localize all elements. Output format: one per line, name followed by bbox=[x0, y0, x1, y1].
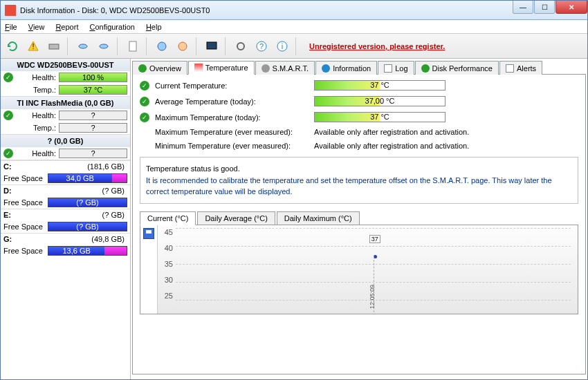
maximize-button[interactable]: ☐ bbox=[534, 0, 555, 14]
tab-overview[interactable]: Overview bbox=[132, 61, 187, 75]
menu-configuration[interactable]: Configuration bbox=[89, 23, 134, 31]
close-button[interactable]: ✕ bbox=[555, 0, 587, 14]
disk-icon[interactable] bbox=[45, 37, 63, 55]
app-icon bbox=[5, 5, 16, 16]
report-icon[interactable] bbox=[124, 37, 142, 55]
status-box: Temperature status is good. It is recomm… bbox=[140, 157, 578, 204]
chart-box: 45 40 35 30 25 37 12:05:09 bbox=[140, 225, 578, 314]
tab-temperature[interactable]: Temperature bbox=[188, 61, 255, 75]
partition-e[interactable]: E:(? GB) Free Space(? GB) bbox=[1, 209, 130, 233]
data-point-label: 37 bbox=[369, 235, 380, 243]
check-icon bbox=[138, 64, 147, 73]
x-time-label: 12:05:09 bbox=[369, 284, 376, 308]
disk2-icon[interactable] bbox=[174, 37, 192, 55]
max-temp-label: Maximum Temperature (today): bbox=[155, 113, 314, 122]
tab-content: ✓Current Temperature:37 °C ✓Average Temp… bbox=[132, 75, 586, 374]
window-title: Disk Information - Disk: 0, WDC WD2500BE… bbox=[19, 6, 586, 15]
device-2[interactable]: ? (0,0 GB) ✓Health:? bbox=[1, 135, 130, 160]
settings-icon[interactable] bbox=[232, 37, 250, 55]
tab-log[interactable]: Log bbox=[378, 61, 414, 75]
tab-smart[interactable]: S.M.A.R.T. bbox=[255, 61, 315, 75]
menu-view[interactable]: View bbox=[28, 23, 45, 31]
device-name: ? (0,0 GB) bbox=[1, 135, 130, 147]
disk1-icon[interactable] bbox=[153, 37, 171, 55]
svg-point-5 bbox=[158, 42, 166, 50]
save-icon[interactable] bbox=[143, 228, 154, 239]
svg-text:i: i bbox=[282, 42, 283, 50]
svg-text:?: ? bbox=[259, 42, 264, 50]
tabstrip: Overview Temperature S.M.A.R.T. Informat… bbox=[132, 60, 586, 75]
svg-rect-7 bbox=[207, 42, 217, 49]
menu-file[interactable]: File bbox=[5, 23, 17, 31]
device-0[interactable]: WDC WD2500BEVS-00UST ✓Health:100 % Temp.… bbox=[1, 59, 130, 97]
check-icon: ✓ bbox=[140, 113, 149, 122]
svg-point-6 bbox=[178, 42, 187, 50]
temp-value: 37 °C bbox=[84, 86, 103, 94]
tool-a-icon[interactable] bbox=[74, 37, 92, 55]
warning-icon[interactable]: ! bbox=[24, 37, 42, 55]
device-name: TI INC FlashMedia (0,0 GB) bbox=[1, 97, 130, 109]
alert-icon bbox=[506, 64, 514, 73]
max-ever-value: Available only after registration and ac… bbox=[314, 128, 469, 136]
avg-temp-bar: 37,00 °C bbox=[314, 96, 445, 106]
sidebar: WDC WD2500BEVS-00UST ✓Health:100 % Temp.… bbox=[1, 59, 131, 379]
chart-tab-avg[interactable]: Daily Average (°C) bbox=[197, 211, 275, 225]
status-good: Temperature status is good. bbox=[146, 163, 572, 175]
thermometer-icon bbox=[194, 64, 203, 72]
check-icon: ✓ bbox=[140, 97, 149, 106]
current-temp-label: Current Temperature: bbox=[155, 82, 314, 90]
svg-point-2 bbox=[79, 44, 87, 48]
menubar: File View Report Configuration Help bbox=[1, 20, 587, 34]
minimize-button[interactable]: — bbox=[513, 0, 533, 14]
temperature-chart: 45 40 35 30 25 37 12:05:09 bbox=[157, 225, 578, 314]
min-ever-label: Minimum Temperature (ever measured): bbox=[155, 142, 314, 150]
max-ever-label: Maximum Temperature (ever measured): bbox=[155, 128, 314, 136]
check-icon: ✓ bbox=[3, 111, 13, 120]
tab-performance[interactable]: Disk Performance bbox=[415, 61, 499, 75]
avg-temp-label: Average Temperature (today): bbox=[155, 97, 314, 106]
temp-label: Temp.: bbox=[16, 86, 56, 94]
log-icon bbox=[384, 64, 392, 73]
gauge-icon bbox=[421, 64, 430, 73]
health-label: Health: bbox=[16, 73, 56, 82]
svg-rect-1 bbox=[49, 44, 59, 49]
svg-point-8 bbox=[237, 43, 244, 50]
disk-icon bbox=[261, 64, 270, 73]
check-icon: ✓ bbox=[3, 149, 13, 158]
main: Overview Temperature S.M.A.R.T. Informat… bbox=[131, 59, 587, 379]
partition-c[interactable]: C:(181,6 GB) Free Space34,0 GB bbox=[1, 160, 130, 184]
check-icon: ✓ bbox=[3, 73, 13, 82]
device-name: WDC WD2500BEVS-00UST bbox=[1, 59, 130, 71]
svg-text:!: ! bbox=[32, 42, 34, 50]
toolbar: ! ? i Unregistered version, please regis… bbox=[1, 34, 587, 59]
info-icon bbox=[322, 64, 330, 73]
register-link[interactable]: Unregistered version, please register. bbox=[309, 42, 445, 50]
refresh-icon[interactable] bbox=[3, 37, 21, 55]
tool-b-icon[interactable] bbox=[95, 37, 113, 55]
monitor-icon[interactable] bbox=[203, 37, 221, 55]
partition-g[interactable]: G:(49,8 GB) Free Space13,6 GB bbox=[1, 233, 130, 257]
min-ever-value: Available only after registration and ac… bbox=[314, 142, 469, 150]
svg-point-3 bbox=[100, 44, 108, 48]
menu-help[interactable]: Help bbox=[146, 23, 162, 31]
info-icon[interactable]: i bbox=[273, 37, 291, 55]
titlebar[interactable]: Disk Information - Disk: 0, WDC WD2500BE… bbox=[1, 1, 587, 20]
tab-information[interactable]: Information bbox=[315, 61, 377, 75]
chart-tab-max[interactable]: Daily Maximum (°C) bbox=[277, 211, 360, 225]
partition-d[interactable]: D:(? GB) Free Space(? GB) bbox=[1, 184, 130, 209]
help-icon[interactable]: ? bbox=[252, 37, 270, 55]
chart-tab-current[interactable]: Current (°C) bbox=[140, 211, 196, 225]
current-temp-bar: 37 °C bbox=[314, 80, 445, 91]
tab-alerts[interactable]: Alerts bbox=[499, 61, 542, 75]
chart-tabs: Current (°C) Daily Average (°C) Daily Ma… bbox=[140, 211, 578, 225]
device-1[interactable]: TI INC FlashMedia (0,0 GB) ✓Health:? Tem… bbox=[1, 97, 130, 135]
health-value: 100 % bbox=[82, 73, 104, 82]
menu-report[interactable]: Report bbox=[55, 23, 78, 31]
svg-rect-4 bbox=[129, 41, 136, 51]
check-icon: ✓ bbox=[140, 81, 149, 91]
max-temp-bar: 37 °C bbox=[314, 112, 445, 122]
status-advice: It is recommended to calibrate the tempe… bbox=[146, 175, 572, 198]
